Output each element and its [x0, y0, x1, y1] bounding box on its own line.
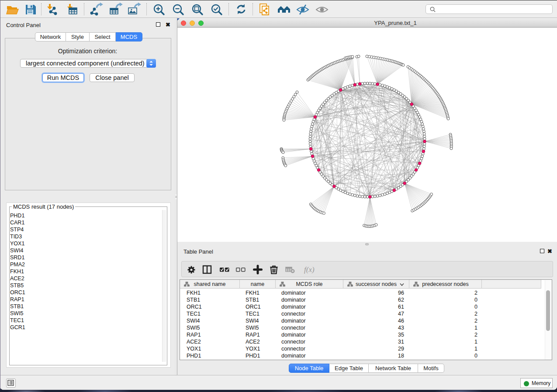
svg-text:f(x): f(x) — [304, 265, 315, 274]
